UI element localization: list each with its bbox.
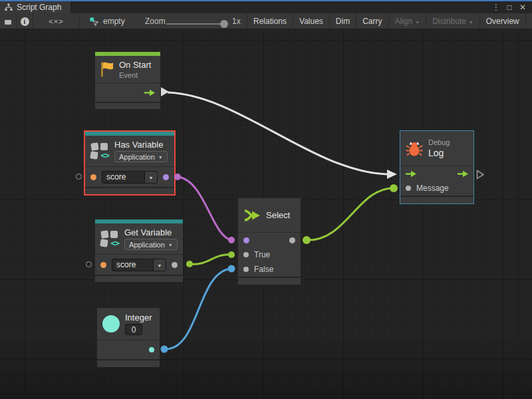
node-footer <box>97 360 160 367</box>
node-has-variable[interactable]: <> Has Variable Application ▼ score ▼ <box>84 130 176 196</box>
integer-value-field[interactable]: 0 <box>125 324 142 335</box>
zoom-value: 1x <box>232 13 241 29</box>
overview-button[interactable]: Overview <box>479 13 525 29</box>
tab-title: Script Graph <box>17 3 61 12</box>
dim-button[interactable]: Dim <box>329 13 356 29</box>
connection-source-marker <box>161 87 169 96</box>
graph-icon <box>5 3 13 11</box>
chevron-down-icon: ▼ <box>469 20 473 25</box>
zoom-slider-track[interactable] <box>166 23 228 25</box>
chevron-down-icon: ▼ <box>158 155 163 160</box>
variable-name-field[interactable]: score ▼ <box>112 259 166 271</box>
integer-icon <box>102 315 120 332</box>
name-input-port[interactable] <box>90 174 96 180</box>
result-output-port[interactable] <box>163 174 169 180</box>
node-title: Log <box>428 148 450 158</box>
node-title: Get Variable <box>124 227 178 237</box>
window-controls: ⋮ □ ✕ <box>491 1 532 13</box>
chevron-down-icon[interactable]: ▼ <box>153 259 166 271</box>
bug-icon <box>406 140 423 156</box>
node-select[interactable]: Select True False <box>238 198 301 285</box>
unconnected-port-marker <box>76 174 82 180</box>
node-footer <box>95 276 183 282</box>
node-title: Integer <box>125 313 152 323</box>
true-input-port[interactable] <box>243 252 249 257</box>
node-footer <box>95 103 160 109</box>
code-preview-button[interactable]: <×> <box>33 13 80 29</box>
chevron-down-icon: ▼ <box>168 243 173 247</box>
selection-output-port[interactable] <box>289 237 295 243</box>
distribute-button[interactable]: Distribute▼ <box>426 13 479 29</box>
chevron-down-icon[interactable]: ▼ <box>144 172 157 183</box>
values-button[interactable]: Values <box>293 13 329 29</box>
trigger-output-port[interactable] <box>144 89 155 96</box>
unconnected-flow-marker <box>476 170 485 180</box>
zoom-slider-handle[interactable] <box>220 20 228 28</box>
variable-icon: <> <box>90 142 109 160</box>
relations-button[interactable]: Relations <box>247 13 293 29</box>
lock-icon <box>4 17 12 26</box>
maximize-icon[interactable]: □ <box>504 3 515 12</box>
value-output-port[interactable] <box>172 262 178 268</box>
toolbar-buttons: Relations Values Dim Carry Align▼ Distri… <box>247 13 532 29</box>
port-label: False <box>254 265 273 274</box>
graph-toolbar: i <×> empty Zoom 1x Relations Values Dim… <box>0 13 532 29</box>
flag-icon <box>100 61 114 78</box>
node-get-variable[interactable]: <> Get Variable Application ▼ score ▼ <box>95 219 183 282</box>
node-footer <box>85 188 174 194</box>
condition-input-port[interactable] <box>243 237 249 243</box>
node-surtitle: Debug <box>428 138 450 146</box>
unconnected-port-marker <box>86 261 92 267</box>
node-integer[interactable]: Integer 0 <box>97 308 160 367</box>
enter-input-port[interactable] <box>406 170 416 178</box>
zoom-label: Zoom <box>145 13 166 29</box>
name-input-port[interactable] <box>100 262 106 268</box>
select-icon <box>243 209 261 222</box>
exit-output-port[interactable] <box>458 170 468 178</box>
scope-dropdown[interactable]: Application ▼ <box>114 151 168 162</box>
chevron-down-icon: ▼ <box>415 20 420 25</box>
node-title: Has Variable <box>114 140 168 150</box>
tab-script-graph[interactable]: Script Graph <box>0 1 70 13</box>
align-button[interactable]: Align▼ <box>388 13 426 29</box>
tab-bar: Script Graph ⋮ □ ✕ <box>0 1 532 13</box>
script-graph-window: Script Graph ⋮ □ ✕ i <×> empty <box>0 0 532 399</box>
menu-icon[interactable]: ⋮ <box>491 3 501 12</box>
node-footer <box>238 278 301 285</box>
info-button[interactable]: i <box>17 13 33 29</box>
node-on-start[interactable]: On Start Event <box>95 52 160 109</box>
node-subtitle: Event <box>119 71 151 79</box>
port-label: True <box>254 250 270 259</box>
node-footer <box>400 197 473 203</box>
message-input-port[interactable] <box>406 186 411 191</box>
close-icon[interactable]: ✕ <box>517 3 528 12</box>
full-screen-button[interactable]: Full Screen <box>525 13 532 29</box>
node-debug-log[interactable]: Debug Log Message <box>400 130 474 204</box>
selection-icon <box>90 17 99 26</box>
lock-button[interactable] <box>0 13 17 29</box>
selection-status: empty <box>90 13 125 29</box>
false-input-port[interactable] <box>243 267 249 272</box>
integer-output-port[interactable] <box>149 347 154 352</box>
variable-name-field[interactable]: score ▼ <box>102 171 158 184</box>
info-icon: i <box>21 17 29 26</box>
node-title: Select <box>266 210 290 220</box>
node-title: On Start <box>119 60 151 70</box>
variable-icon: <> <box>100 229 119 248</box>
carry-button[interactable]: Carry <box>356 13 388 29</box>
scope-dropdown[interactable]: Application ▼ <box>124 239 178 250</box>
port-label: Message <box>416 184 449 193</box>
selection-status-label: empty <box>103 17 125 26</box>
code-icon: <×> <box>49 17 63 25</box>
